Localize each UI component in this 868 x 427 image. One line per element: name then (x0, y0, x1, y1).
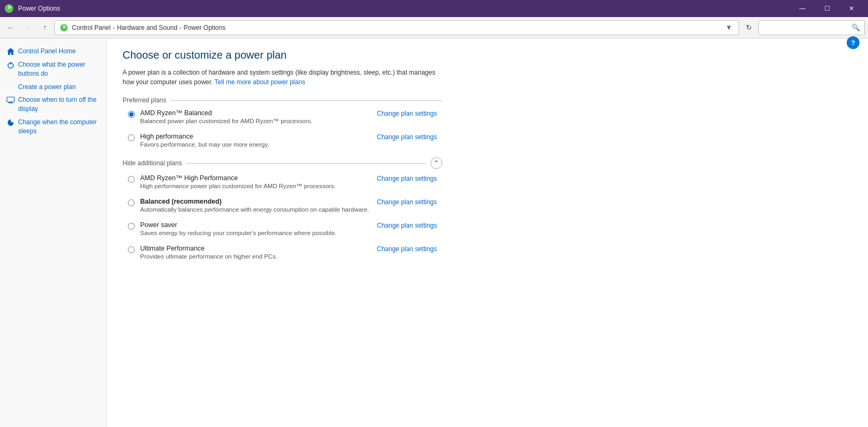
plan-desc-balanced-recommended: Automatically balances performance with … (140, 206, 377, 213)
search-input[interactable] (763, 24, 851, 31)
additional-plans-header: Hide additional plans ⌃ (123, 157, 442, 169)
page-title: Choose or customize a power plan (123, 49, 852, 61)
additional-plans-section: Hide additional plans ⌃ AMD Ryzen™ High … (123, 157, 442, 260)
additional-plans-label: Hide additional plans (123, 159, 186, 167)
preferred-plans-section: Preferred plans AMD Ryzen™ Balanced Bala… (123, 96, 442, 148)
sidebar-item-power-buttons[interactable]: Choose what the power buttons do (0, 58, 106, 80)
svg-rect-4 (7, 97, 14, 102)
plan-info-high-performance: High performance Favors performance, but… (140, 133, 377, 148)
up-button[interactable]: ↑ (37, 20, 52, 35)
forward-button[interactable]: → (20, 20, 35, 35)
plan-link-amd-high-performance[interactable]: Change plan settings (377, 175, 437, 182)
radio-high-performance[interactable] (128, 134, 135, 141)
sidebar-link-display-off[interactable]: Choose when to turn off the display (18, 95, 98, 114)
breadcrumb-hardware-sound[interactable]: Hardware and Sound (117, 24, 177, 31)
plan-name-ultimate-performance: Ultimate Performance (140, 245, 377, 252)
app-title: Power Options (18, 5, 60, 12)
preferred-plans-label: Preferred plans (123, 96, 171, 104)
sleep-icon (6, 118, 15, 127)
address-bar: Control Panel › Hardware and Sound › Pow… (54, 20, 739, 35)
plan-info-balanced-recommended: Balanced (recommended) Automatically bal… (140, 198, 377, 213)
address-dropdown[interactable]: ▼ (724, 22, 734, 33)
plan-link-ultimate-performance[interactable]: Change plan settings (377, 245, 437, 253)
breadcrumb-control-panel[interactable]: Control Panel (72, 24, 111, 31)
radio-ultimate-performance[interactable] (128, 246, 135, 253)
plan-desc-ultimate-performance: Provides ultimate performance on higher … (140, 253, 377, 260)
sidebar-link-create-power-plan[interactable]: Create a power plan (18, 83, 76, 92)
plan-item-amd-high-performance: AMD Ryzen™ High Performance High perform… (123, 174, 442, 189)
sidebar-link-power-buttons[interactable]: Choose what the power buttons do (18, 60, 98, 78)
sidebar-link-sleep[interactable]: Change when the computer sleeps (18, 118, 98, 136)
sidebar: Control Panel Home Choose what the power… (0, 38, 107, 427)
help-button[interactable]: ? (847, 36, 859, 49)
plan-link-power-saver[interactable]: Change plan settings (377, 222, 437, 229)
plan-radio-area-amd-balanced: AMD Ryzen™ Balanced Balanced power plan … (128, 109, 377, 124)
maximize-button[interactable]: ☐ (815, 0, 839, 17)
plan-radio-area-ultimate: Ultimate Performance Provides ultimate p… (128, 245, 377, 260)
back-button[interactable]: ← (3, 20, 18, 35)
plan-desc-amd-balanced: Balanced power plan customized for AMD R… (140, 118, 377, 124)
nav-bar: ← → ↑ Control Panel › Hardware and Sound… (0, 17, 868, 38)
sidebar-link-control-panel-home[interactable]: Control Panel Home (18, 47, 76, 56)
plan-desc-power-saver: Saves energy by reducing your computer's… (140, 230, 377, 236)
radio-amd-high-performance[interactable] (128, 176, 135, 183)
plan-name-amd-balanced: AMD Ryzen™ Balanced (140, 109, 377, 117)
plan-info-ultimate-performance: Ultimate Performance Provides ultimate p… (140, 245, 377, 260)
plan-radio-area-amd-high: AMD Ryzen™ High Performance High perform… (128, 174, 377, 189)
minimize-button[interactable]: — (790, 0, 815, 17)
monitor-icon (6, 96, 15, 104)
plan-link-balanced-recommended[interactable]: Change plan settings (377, 198, 437, 206)
plan-info-amd-balanced: AMD Ryzen™ Balanced Balanced power plan … (140, 109, 377, 124)
breadcrumb-current: Power Options (183, 24, 225, 31)
sidebar-item-create-power-plan[interactable]: Create a power plan (0, 80, 106, 94)
sidebar-item-sleep[interactable]: Change when the computer sleeps (0, 116, 106, 138)
plan-link-amd-balanced[interactable]: Change plan settings (377, 110, 437, 117)
search-icon[interactable]: 🔍 (851, 23, 860, 31)
plan-info-amd-high-performance: AMD Ryzen™ High Performance High perform… (140, 174, 377, 189)
preferred-section-line (171, 100, 442, 101)
sidebar-item-display-off[interactable]: Choose when to turn off the display (0, 93, 106, 116)
close-button[interactable]: ✕ (839, 0, 864, 17)
refresh-button[interactable]: ↻ (741, 20, 756, 35)
plan-item-ultimate-performance: Ultimate Performance Provides ultimate p… (123, 245, 442, 260)
hide-additional-toggle[interactable]: ⌃ (431, 157, 442, 169)
breadcrumb: Control Panel › Hardware and Sound › Pow… (72, 24, 720, 31)
radio-amd-balanced[interactable] (128, 111, 135, 118)
title-bar-controls: — ☐ ✕ (790, 0, 864, 17)
plan-item-power-saver: Power saver Saves energy by reducing you… (123, 221, 442, 236)
app-icon (4, 4, 14, 13)
plan-name-high-performance: High performance (140, 133, 377, 140)
radio-balanced-recommended[interactable] (128, 199, 135, 206)
title-bar-left: Power Options (4, 4, 60, 13)
power-icon (6, 61, 15, 69)
plan-item-balanced-recommended: Balanced (recommended) Automatically bal… (123, 198, 442, 213)
plan-desc-amd-high-performance: High performance power plan customized f… (140, 183, 377, 189)
title-bar: Power Options — ☐ ✕ (0, 0, 868, 17)
preferred-plans-header: Preferred plans (123, 96, 442, 104)
main-layout: Control Panel Home Choose what the power… (0, 38, 868, 427)
description-link[interactable]: Tell me more about power plans (215, 78, 305, 86)
content-area: Choose or customize a power plan A power… (107, 38, 868, 427)
plan-desc-high-performance: Favors performance, but may use more ene… (140, 141, 377, 148)
search-bar: 🔍 (758, 20, 865, 35)
home-icon (6, 47, 15, 56)
plan-name-power-saver: Power saver (140, 221, 377, 229)
plan-name-amd-high-performance: AMD Ryzen™ High Performance (140, 174, 377, 182)
plan-radio-area-high-performance: High performance Favors performance, but… (128, 133, 377, 148)
plan-radio-area-power-saver: Power saver Saves energy by reducing you… (128, 221, 377, 236)
address-icon (59, 23, 69, 33)
radio-power-saver[interactable] (128, 223, 135, 230)
plan-item-amd-balanced: AMD Ryzen™ Balanced Balanced power plan … (123, 109, 442, 124)
additional-section-line (186, 163, 426, 164)
plan-item-high-performance: High performance Favors performance, but… (123, 133, 442, 148)
plan-info-power-saver: Power saver Saves energy by reducing you… (140, 221, 377, 236)
plan-name-balanced-recommended: Balanced (recommended) (140, 198, 377, 205)
plan-link-high-performance[interactable]: Change plan settings (377, 133, 437, 141)
page-description: A power plan is a collection of hardware… (123, 68, 442, 87)
sidebar-item-control-panel-home[interactable]: Control Panel Home (0, 45, 106, 58)
plan-radio-area-balanced: Balanced (recommended) Automatically bal… (128, 198, 377, 213)
